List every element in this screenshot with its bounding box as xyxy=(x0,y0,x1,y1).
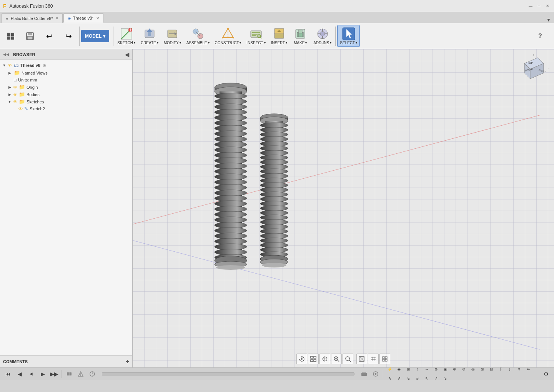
tool-icon-18[interactable]: ⇗ xyxy=(395,374,403,383)
tool-icon-19[interactable]: ⇘ xyxy=(404,374,413,383)
svg-line-138 xyxy=(338,360,339,362)
axis-line-blue xyxy=(133,240,540,350)
svg-point-58 xyxy=(215,120,247,126)
toolbar-create[interactable]: CREATE▾ xyxy=(138,25,161,47)
maximize-button[interactable]: □ xyxy=(536,3,542,10)
screw-left[interactable] xyxy=(210,80,256,281)
toolbar-construct[interactable]: CONSTRUCT▾ xyxy=(213,25,244,47)
tab-platic-bottle[interactable]: ● Platic Bottle Cutter v8* ✕ xyxy=(2,13,63,23)
screw-right[interactable] xyxy=(256,111,294,277)
svg-rect-6 xyxy=(27,37,33,40)
toolbar-modify[interactable]: MODIFY▾ xyxy=(161,25,183,47)
status-sep-1 xyxy=(62,370,62,378)
feature-icon-2[interactable] xyxy=(76,369,86,379)
orbit-button[interactable] xyxy=(296,354,307,364)
timeline-play-button[interactable]: ▶ xyxy=(38,369,48,379)
viewport-bottom-toolbar xyxy=(296,354,390,364)
feature-icon-3[interactable] xyxy=(87,369,97,379)
zoom-window-button[interactable] xyxy=(331,354,342,364)
timeline-end-button[interactable]: ▶▶ xyxy=(49,369,59,379)
pan-button[interactable] xyxy=(319,354,330,364)
tree-arrow-bodies: ▶ xyxy=(7,93,12,96)
tree-item-units: □ Units: mm xyxy=(0,76,132,83)
model-mode-button[interactable]: MODEL ▾ xyxy=(81,30,109,42)
sim-icon-1[interactable] xyxy=(359,369,369,379)
tree-item-bodies[interactable]: ▶ 👁 📁 Bodies xyxy=(0,91,132,98)
zoom-fit-button[interactable] xyxy=(343,354,353,364)
browser-collapse-button[interactable]: ◀ xyxy=(125,51,129,58)
toolbar-select[interactable]: SELECT▾ xyxy=(337,25,360,47)
svg-rect-135 xyxy=(311,360,313,362)
tab-icon-2: ◈ xyxy=(68,16,71,21)
browser-back-nav[interactable]: ◀◀ xyxy=(3,52,9,56)
toolbar-sketch[interactable]: SKETCH▾ xyxy=(115,25,138,47)
sim-icon-2[interactable] xyxy=(371,369,381,379)
close-button[interactable]: ✕ xyxy=(544,3,551,10)
svg-point-26 xyxy=(233,37,234,38)
tree-eye-origin[interactable]: 👁 xyxy=(13,85,17,90)
grid-display-button[interactable] xyxy=(368,354,379,364)
timeline-bar[interactable] xyxy=(102,372,354,375)
svg-point-55 xyxy=(215,104,247,110)
toolbar-addins[interactable]: ADD-INS▾ xyxy=(311,25,334,47)
svg-point-72 xyxy=(215,195,247,201)
tab-close-1[interactable]: ✕ xyxy=(55,16,58,20)
apps-grid-button[interactable] xyxy=(2,28,20,45)
toolbar-inspect[interactable]: INSPECT▾ xyxy=(244,25,268,47)
tool-icon-20[interactable]: ⇙ xyxy=(413,374,422,383)
save-button[interactable] xyxy=(21,28,39,45)
svg-rect-136 xyxy=(314,360,316,362)
fit-button[interactable] xyxy=(308,354,319,364)
toolbar-make[interactable]: MAKE▾ xyxy=(290,25,310,47)
tree-item-root[interactable]: ▼ 👁 🗂 Thread v8 ⊙ xyxy=(0,61,132,69)
settings-button[interactable]: ⚙ xyxy=(541,369,551,379)
svg-point-132 xyxy=(301,358,303,360)
timeline-start-button[interactable]: ⏮ xyxy=(3,369,13,379)
tab-scroll-right[interactable]: ▼ xyxy=(546,17,551,23)
create-label: CREATE▾ xyxy=(141,41,158,45)
tool-icon-22[interactable]: ↗ xyxy=(432,374,440,383)
tab-close-2[interactable]: ✕ xyxy=(96,16,99,20)
redo-button[interactable]: ↪ xyxy=(59,28,78,45)
tree-eye-sketch2[interactable]: 👁 xyxy=(18,106,23,111)
tree-eye-bodies[interactable]: 👁 xyxy=(13,92,17,97)
tree-item-named-views[interactable]: ▶ 📁 Named Views xyxy=(0,69,132,76)
sketch-icon xyxy=(120,27,133,41)
tool-icon-21[interactable]: ↖ xyxy=(423,374,431,383)
minimize-button[interactable]: — xyxy=(527,3,534,10)
svg-point-61 xyxy=(215,136,247,142)
modify-icon xyxy=(165,27,179,41)
help-button[interactable]: ? xyxy=(531,28,549,45)
tree-activate-icon: ⊙ xyxy=(43,63,46,68)
tool-icon-23[interactable]: ↘ xyxy=(441,374,449,383)
svg-point-68 xyxy=(215,174,247,180)
tree-folder-sketches-icon: 📁 xyxy=(19,99,25,105)
app-icon: F xyxy=(3,3,7,9)
viewport[interactable]: TOP FRONT RIGHT ↑ → xyxy=(133,49,554,367)
svg-point-81 xyxy=(215,244,247,250)
view-layout-button[interactable] xyxy=(379,354,390,364)
tree-item-sketches[interactable]: ▼ 👁 📁 Sketches xyxy=(0,98,132,105)
tool-icon-17[interactable]: ⇖ xyxy=(386,374,394,383)
timeline-back-button[interactable]: ◀ xyxy=(26,369,36,379)
undo-button[interactable]: ↩ xyxy=(40,28,58,45)
svg-point-64 xyxy=(215,152,247,158)
toolbar-insert[interactable]: INSERT▾ xyxy=(269,25,290,47)
main-layout: ◀◀ BROWSER ◀ ▼ 👁 🗂 Thread v8 ⊙ ▶ 📁 Named… xyxy=(0,49,554,367)
svg-point-56 xyxy=(215,109,247,115)
tree-eye-root[interactable]: 👁 xyxy=(8,63,12,68)
display-mode-button[interactable] xyxy=(356,354,367,364)
tree-item-sketch2[interactable]: 👁 ✎ Sketch2 xyxy=(0,105,132,112)
svg-point-78 xyxy=(215,228,247,234)
timeline-prev-step-button[interactable]: ◀ xyxy=(15,369,25,379)
comments-add-button[interactable]: + xyxy=(126,358,129,365)
tab-thread[interactable]: ◈ Thread v8* ✕ xyxy=(63,13,103,23)
status-bar: ⏮ ◀ ◀ ▶ ▶▶ xyxy=(0,367,554,380)
toolbar-assemble[interactable]: ASSEMBLE▾ xyxy=(184,25,212,47)
tree-item-origin[interactable]: ▶ 👁 📁 Origin xyxy=(0,83,132,91)
feature-icon-1[interactable] xyxy=(64,369,74,379)
tree-eye-sketches[interactable]: 👁 xyxy=(13,100,17,104)
title-bar: F Autodesk Fusion 360 — □ ✕ xyxy=(0,0,554,12)
construct-label: CONSTRUCT▾ xyxy=(215,41,241,45)
view-cube[interactable]: TOP FRONT RIGHT ↑ → xyxy=(519,54,549,85)
